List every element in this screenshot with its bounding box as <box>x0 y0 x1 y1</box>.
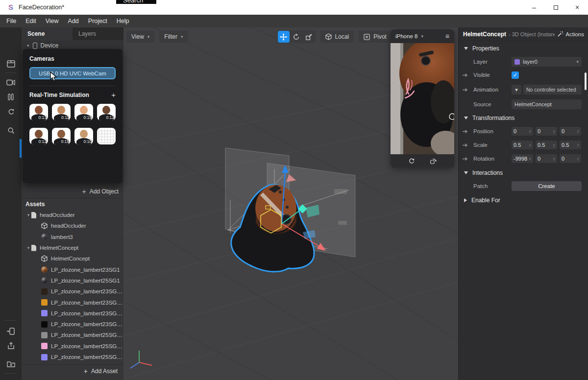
layer-dropdown[interactable]: layer0 ▾ <box>512 57 582 67</box>
simulator-device-dropdown[interactable]: iPhone 8 <box>395 33 417 39</box>
axis-letter: z <box>577 156 580 161</box>
patch-arrow-icon[interactable] <box>463 88 468 92</box>
chevron-down-icon: ▾ <box>421 34 423 39</box>
asset-item[interactable]: LP_zlozone_lambert23SG1_n... <box>22 308 123 319</box>
simulation-video[interactable]: 0:10 <box>74 128 93 144</box>
webcam-option-selected[interactable]: USB2.0 HD UVC WebCam <box>29 67 116 79</box>
scale-z-field[interactable]: 0.5 z <box>560 141 581 149</box>
section-interactions[interactable]: Interactions <box>459 168 588 177</box>
add-asset-button[interactable]: + Add Asset <box>84 367 118 375</box>
asset-item[interactable]: LP_zlozone_lambert25SG1_m... <box>22 341 123 352</box>
simulator-menu-icon[interactable]: ≡ <box>445 32 449 40</box>
asset-item[interactable]: LP_zlozone_lambert25SG1_n... <box>22 352 123 362</box>
maximize-button[interactable] <box>545 0 566 15</box>
menu-project[interactable]: Project <box>88 18 107 24</box>
rotation-y-field[interactable]: 0 y <box>536 154 557 163</box>
patch-arrow-icon[interactable] <box>463 73 468 77</box>
filter-dropdown[interactable]: Filter ▾ <box>159 31 188 43</box>
patch-arrow-icon[interactable] <box>463 129 468 134</box>
menu-file[interactable]: File <box>6 18 16 24</box>
layout-panels-button[interactable] <box>0 58 22 70</box>
video-duration: 0:13 <box>38 115 47 120</box>
rotation-z-field[interactable]: 0 z <box>560 154 581 163</box>
asset-item[interactable]: LP_zlozone_lambert23SG1_b... <box>22 286 123 297</box>
position-y-field[interactable]: 0 y <box>536 127 557 136</box>
add-object-button[interactable]: + Add Object <box>82 188 119 195</box>
debug-button[interactable] <box>0 377 22 380</box>
asset-item[interactable]: LP_zlozone_lambert23SG1 <box>22 264 123 275</box>
rotation-x-field[interactable]: -9998 x <box>512 154 533 163</box>
simulation-video[interactable]: 0:15 <box>74 104 93 120</box>
asset-item[interactable]: ▾ headOccluder <box>22 210 123 220</box>
simulation-video[interactable]: 0:11 <box>52 104 71 120</box>
scale-x-field[interactable]: 0.5 x <box>512 141 533 149</box>
menu-help[interactable]: Help <box>117 18 129 24</box>
source-label: Source <box>473 101 491 107</box>
camera-source-button[interactable] <box>0 76 22 88</box>
close-button[interactable]: × <box>566 0 588 15</box>
asset-item[interactable]: LP_zlozone_lambert25SG1 <box>22 275 123 286</box>
scale-tool-button[interactable] <box>303 31 315 43</box>
asset-item[interactable]: HelmetConcept <box>22 253 123 264</box>
position-x-field[interactable]: 0 x <box>512 127 533 136</box>
simulation-video[interactable]: 0:12 <box>29 128 48 144</box>
rotate-tool-button[interactable] <box>291 31 302 43</box>
tab-layers[interactable]: Layers <box>73 27 123 40</box>
create-patch-button[interactable]: Create <box>512 181 582 191</box>
asset-item[interactable]: headOccluder <box>22 220 123 231</box>
menu-add[interactable]: Add <box>68 18 79 24</box>
menu-view[interactable]: View <box>46 18 59 24</box>
simulation-video[interactable]: 0:12 <box>97 104 116 120</box>
plus-icon: + <box>82 188 86 195</box>
move-tool-button[interactable] <box>278 31 290 43</box>
share-upload-icon <box>7 342 15 350</box>
layout-panels-icon <box>7 60 15 68</box>
position-z-field[interactable]: 0 z <box>560 127 581 136</box>
simulation-video[interactable]: 0:15 <box>52 128 71 144</box>
asset-item[interactable]: lambert3 <box>22 232 123 242</box>
restart-icon[interactable] <box>408 158 415 165</box>
minimize-button[interactable]: – <box>523 0 545 15</box>
view-dropdown[interactable]: View ▾ <box>126 31 154 43</box>
add-simulation-video-button[interactable]: + <box>111 93 116 97</box>
send-to-device-button[interactable] <box>0 325 22 337</box>
scale-y-field[interactable]: 0.5 y <box>536 141 557 149</box>
simulation-button[interactable] <box>0 91 22 103</box>
position-label: Position <box>473 128 493 134</box>
simulation-video[interactable]: 0:13 <box>29 104 48 120</box>
export-button[interactable] <box>0 340 22 352</box>
section-transformations[interactable]: Transformations <box>459 114 588 122</box>
section-label: Enable For <box>471 197 500 204</box>
actions-button[interactable]: Actions <box>557 31 584 37</box>
restart-scene-button[interactable] <box>0 106 22 118</box>
animation-controller-field[interactable]: No controller selected <box>523 85 582 95</box>
visible-checkbox-checked[interactable]: ✓ <box>512 71 519 79</box>
new-project-button[interactable] <box>0 358 22 370</box>
pivot-toggle-button[interactable]: Pivot <box>359 31 392 43</box>
search-button[interactable] <box>0 124 22 136</box>
rotate-device-icon[interactable] <box>430 158 437 165</box>
asset-item[interactable]: ▾ HelmetConcept <box>22 242 123 253</box>
local-toggle-button[interactable]: Local <box>320 31 354 43</box>
rotate-icon <box>293 33 300 41</box>
section-properties[interactable]: Properties <box>459 44 588 53</box>
menu-edit[interactable]: Edit <box>25 18 36 24</box>
layer-label: Layer <box>473 59 488 65</box>
simulation-video-facemesh[interactable] <box>97 128 116 144</box>
asset-label: LP_zlozone_lambert25SG1_m... <box>51 343 123 349</box>
patch-arrow-icon[interactable] <box>463 157 468 161</box>
chevron-down-icon[interactable]: ▾ <box>25 213 31 217</box>
source-field[interactable]: HelmetConcept <box>512 99 582 109</box>
asset-item[interactable]: LP_zlozone_lambert23SG1_m... <box>22 297 123 308</box>
section-enable-for[interactable]: Enable For <box>459 196 588 205</box>
animation-chevron-dropdown[interactable]: ▾ <box>512 85 521 95</box>
inspector-scrollbar-thumb[interactable] <box>585 72 587 90</box>
chevron-down-icon[interactable]: ▾ <box>25 245 31 250</box>
left-toolbar: ? <box>0 27 22 380</box>
patch-arrow-icon[interactable] <box>463 143 468 147</box>
asset-item[interactable]: LP_zlozone_lambert25SG1_b... <box>22 330 123 340</box>
asset-item[interactable]: LP_zlozone_lambert23SG1_e... <box>22 319 123 330</box>
asset-label: LP_zlozone_lambert23SG1_e... <box>51 321 123 327</box>
tab-scene[interactable]: Scene <box>22 27 73 40</box>
rotation-row: Rotation -9998 x 0 y 0 z <box>459 154 588 164</box>
